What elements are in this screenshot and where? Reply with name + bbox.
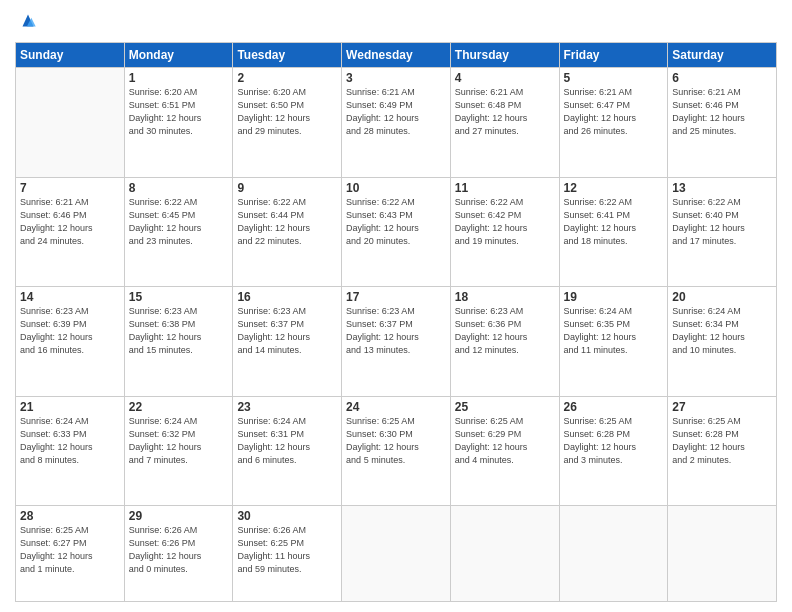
day-info: Sunrise: 6:24 AM Sunset: 6:33 PM Dayligh… xyxy=(20,415,120,467)
calendar-cell: 22Sunrise: 6:24 AM Sunset: 6:32 PM Dayli… xyxy=(124,396,233,506)
day-number: 16 xyxy=(237,290,337,304)
day-number: 5 xyxy=(564,71,664,85)
day-info: Sunrise: 6:25 AM Sunset: 6:28 PM Dayligh… xyxy=(672,415,772,467)
header xyxy=(15,10,777,34)
calendar-cell: 16Sunrise: 6:23 AM Sunset: 6:37 PM Dayli… xyxy=(233,287,342,397)
calendar-cell xyxy=(450,506,559,602)
day-number: 30 xyxy=(237,509,337,523)
day-info: Sunrise: 6:26 AM Sunset: 6:25 PM Dayligh… xyxy=(237,524,337,576)
day-number: 10 xyxy=(346,181,446,195)
calendar-cell: 13Sunrise: 6:22 AM Sunset: 6:40 PM Dayli… xyxy=(668,177,777,287)
day-number: 15 xyxy=(129,290,229,304)
day-info: Sunrise: 6:26 AM Sunset: 6:26 PM Dayligh… xyxy=(129,524,229,576)
calendar-week-row: 14Sunrise: 6:23 AM Sunset: 6:39 PM Dayli… xyxy=(16,287,777,397)
day-number: 27 xyxy=(672,400,772,414)
day-number: 8 xyxy=(129,181,229,195)
calendar-cell: 24Sunrise: 6:25 AM Sunset: 6:30 PM Dayli… xyxy=(342,396,451,506)
calendar-cell: 20Sunrise: 6:24 AM Sunset: 6:34 PM Dayli… xyxy=(668,287,777,397)
day-number: 1 xyxy=(129,71,229,85)
day-info: Sunrise: 6:24 AM Sunset: 6:32 PM Dayligh… xyxy=(129,415,229,467)
calendar-week-row: 7Sunrise: 6:21 AM Sunset: 6:46 PM Daylig… xyxy=(16,177,777,287)
calendar-cell: 10Sunrise: 6:22 AM Sunset: 6:43 PM Dayli… xyxy=(342,177,451,287)
calendar-cell: 23Sunrise: 6:24 AM Sunset: 6:31 PM Dayli… xyxy=(233,396,342,506)
day-info: Sunrise: 6:24 AM Sunset: 6:34 PM Dayligh… xyxy=(672,305,772,357)
day-number: 4 xyxy=(455,71,555,85)
day-number: 19 xyxy=(564,290,664,304)
day-number: 17 xyxy=(346,290,446,304)
col-header-monday: Monday xyxy=(124,43,233,68)
calendar-cell: 27Sunrise: 6:25 AM Sunset: 6:28 PM Dayli… xyxy=(668,396,777,506)
day-info: Sunrise: 6:23 AM Sunset: 6:37 PM Dayligh… xyxy=(346,305,446,357)
day-info: Sunrise: 6:25 AM Sunset: 6:29 PM Dayligh… xyxy=(455,415,555,467)
calendar-cell: 5Sunrise: 6:21 AM Sunset: 6:47 PM Daylig… xyxy=(559,68,668,178)
day-info: Sunrise: 6:25 AM Sunset: 6:28 PM Dayligh… xyxy=(564,415,664,467)
calendar-table: SundayMondayTuesdayWednesdayThursdayFrid… xyxy=(15,42,777,602)
day-info: Sunrise: 6:24 AM Sunset: 6:35 PM Dayligh… xyxy=(564,305,664,357)
calendar-header-row: SundayMondayTuesdayWednesdayThursdayFrid… xyxy=(16,43,777,68)
day-number: 7 xyxy=(20,181,120,195)
day-number: 14 xyxy=(20,290,120,304)
day-number: 13 xyxy=(672,181,772,195)
day-info: Sunrise: 6:23 AM Sunset: 6:39 PM Dayligh… xyxy=(20,305,120,357)
col-header-thursday: Thursday xyxy=(450,43,559,68)
calendar-cell xyxy=(342,506,451,602)
day-number: 9 xyxy=(237,181,337,195)
calendar-cell: 4Sunrise: 6:21 AM Sunset: 6:48 PM Daylig… xyxy=(450,68,559,178)
day-info: Sunrise: 6:23 AM Sunset: 6:36 PM Dayligh… xyxy=(455,305,555,357)
calendar-cell: 21Sunrise: 6:24 AM Sunset: 6:33 PM Dayli… xyxy=(16,396,125,506)
calendar-cell: 11Sunrise: 6:22 AM Sunset: 6:42 PM Dayli… xyxy=(450,177,559,287)
day-info: Sunrise: 6:20 AM Sunset: 6:50 PM Dayligh… xyxy=(237,86,337,138)
day-number: 20 xyxy=(672,290,772,304)
calendar-week-row: 21Sunrise: 6:24 AM Sunset: 6:33 PM Dayli… xyxy=(16,396,777,506)
day-number: 23 xyxy=(237,400,337,414)
calendar-cell: 15Sunrise: 6:23 AM Sunset: 6:38 PM Dayli… xyxy=(124,287,233,397)
day-number: 2 xyxy=(237,71,337,85)
day-info: Sunrise: 6:21 AM Sunset: 6:46 PM Dayligh… xyxy=(20,196,120,248)
day-number: 25 xyxy=(455,400,555,414)
calendar-cell: 19Sunrise: 6:24 AM Sunset: 6:35 PM Dayli… xyxy=(559,287,668,397)
calendar-cell: 9Sunrise: 6:22 AM Sunset: 6:44 PM Daylig… xyxy=(233,177,342,287)
day-info: Sunrise: 6:21 AM Sunset: 6:49 PM Dayligh… xyxy=(346,86,446,138)
day-info: Sunrise: 6:23 AM Sunset: 6:37 PM Dayligh… xyxy=(237,305,337,357)
day-info: Sunrise: 6:21 AM Sunset: 6:47 PM Dayligh… xyxy=(564,86,664,138)
day-number: 12 xyxy=(564,181,664,195)
day-number: 21 xyxy=(20,400,120,414)
calendar-cell xyxy=(16,68,125,178)
day-number: 28 xyxy=(20,509,120,523)
day-info: Sunrise: 6:22 AM Sunset: 6:44 PM Dayligh… xyxy=(237,196,337,248)
day-number: 6 xyxy=(672,71,772,85)
day-info: Sunrise: 6:22 AM Sunset: 6:40 PM Dayligh… xyxy=(672,196,772,248)
calendar-cell: 2Sunrise: 6:20 AM Sunset: 6:50 PM Daylig… xyxy=(233,68,342,178)
calendar-cell: 17Sunrise: 6:23 AM Sunset: 6:37 PM Dayli… xyxy=(342,287,451,397)
calendar-cell: 1Sunrise: 6:20 AM Sunset: 6:51 PM Daylig… xyxy=(124,68,233,178)
col-header-tuesday: Tuesday xyxy=(233,43,342,68)
calendar-cell: 28Sunrise: 6:25 AM Sunset: 6:27 PM Dayli… xyxy=(16,506,125,602)
day-info: Sunrise: 6:22 AM Sunset: 6:45 PM Dayligh… xyxy=(129,196,229,248)
day-number: 24 xyxy=(346,400,446,414)
calendar-cell xyxy=(559,506,668,602)
day-info: Sunrise: 6:20 AM Sunset: 6:51 PM Dayligh… xyxy=(129,86,229,138)
day-number: 22 xyxy=(129,400,229,414)
day-info: Sunrise: 6:22 AM Sunset: 6:41 PM Dayligh… xyxy=(564,196,664,248)
logo xyxy=(15,10,39,34)
day-info: Sunrise: 6:22 AM Sunset: 6:42 PM Dayligh… xyxy=(455,196,555,248)
day-info: Sunrise: 6:25 AM Sunset: 6:27 PM Dayligh… xyxy=(20,524,120,576)
day-info: Sunrise: 6:25 AM Sunset: 6:30 PM Dayligh… xyxy=(346,415,446,467)
logo-icon xyxy=(17,10,39,32)
day-info: Sunrise: 6:24 AM Sunset: 6:31 PM Dayligh… xyxy=(237,415,337,467)
calendar-cell: 30Sunrise: 6:26 AM Sunset: 6:25 PM Dayli… xyxy=(233,506,342,602)
calendar-cell: 6Sunrise: 6:21 AM Sunset: 6:46 PM Daylig… xyxy=(668,68,777,178)
calendar-week-row: 1Sunrise: 6:20 AM Sunset: 6:51 PM Daylig… xyxy=(16,68,777,178)
calendar-cell: 14Sunrise: 6:23 AM Sunset: 6:39 PM Dayli… xyxy=(16,287,125,397)
col-header-saturday: Saturday xyxy=(668,43,777,68)
col-header-wednesday: Wednesday xyxy=(342,43,451,68)
calendar-cell: 3Sunrise: 6:21 AM Sunset: 6:49 PM Daylig… xyxy=(342,68,451,178)
day-info: Sunrise: 6:21 AM Sunset: 6:48 PM Dayligh… xyxy=(455,86,555,138)
calendar-cell: 8Sunrise: 6:22 AM Sunset: 6:45 PM Daylig… xyxy=(124,177,233,287)
day-info: Sunrise: 6:21 AM Sunset: 6:46 PM Dayligh… xyxy=(672,86,772,138)
calendar-cell xyxy=(668,506,777,602)
day-info: Sunrise: 6:23 AM Sunset: 6:38 PM Dayligh… xyxy=(129,305,229,357)
calendar-cell: 18Sunrise: 6:23 AM Sunset: 6:36 PM Dayli… xyxy=(450,287,559,397)
day-number: 11 xyxy=(455,181,555,195)
calendar-cell: 12Sunrise: 6:22 AM Sunset: 6:41 PM Dayli… xyxy=(559,177,668,287)
